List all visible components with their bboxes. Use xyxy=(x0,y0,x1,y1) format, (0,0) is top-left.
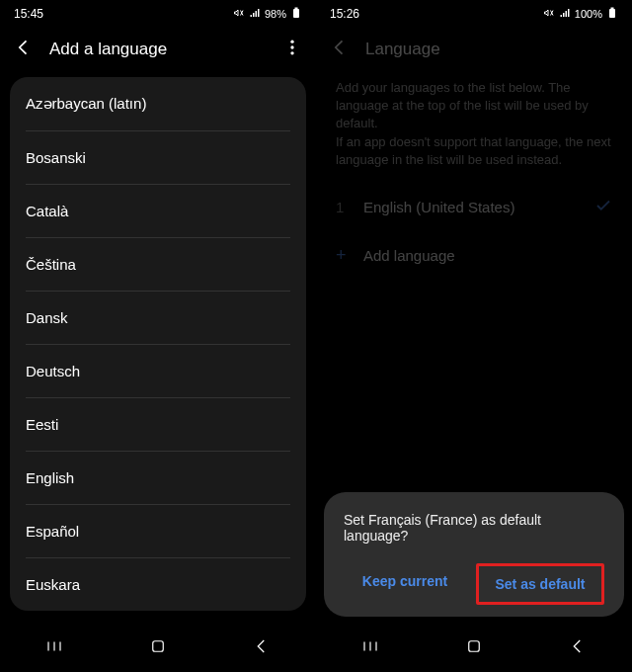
battery-icon xyxy=(290,7,302,21)
back-icon[interactable] xyxy=(330,38,350,61)
svg-rect-1 xyxy=(295,8,298,10)
status-time: 15:26 xyxy=(330,7,359,21)
plus-icon: + xyxy=(336,245,348,266)
back-icon[interactable] xyxy=(14,38,34,61)
dialog-actions: Keep current Set as default xyxy=(344,563,604,605)
mute-icon xyxy=(233,7,245,21)
phone-right: 15:26 100% Language Add your languages t… xyxy=(318,2,630,670)
battery-icon xyxy=(606,7,618,21)
recents-button[interactable] xyxy=(361,637,379,659)
phone-left: 15:45 98% Add a language Azərbaycan (lat… xyxy=(2,2,314,670)
language-item[interactable]: Deutsch xyxy=(26,345,290,398)
language-item[interactable]: Català xyxy=(26,185,290,238)
battery-text: 100% xyxy=(575,8,602,20)
language-item[interactable]: Español xyxy=(26,505,290,558)
default-language-dialog: Set Français (France) as default languag… xyxy=(324,492,624,617)
language-item[interactable]: English xyxy=(26,452,290,505)
add-language-label: Add language xyxy=(363,247,455,264)
back-button[interactable] xyxy=(253,637,271,659)
svg-point-4 xyxy=(290,51,293,54)
signal-icon xyxy=(249,7,261,21)
nav-bar xyxy=(318,627,630,670)
header: Language xyxy=(318,26,630,73)
row-index: 1 xyxy=(336,199,348,215)
dialog-message: Set Français (France) as default languag… xyxy=(344,512,604,544)
svg-rect-5 xyxy=(153,641,164,652)
home-button[interactable] xyxy=(465,637,483,659)
svg-rect-0 xyxy=(293,9,299,18)
language-item[interactable]: Čeština xyxy=(26,238,290,292)
page-title: Language xyxy=(365,40,618,59)
language-item[interactable]: Azərbaycan (latın) xyxy=(26,77,290,131)
svg-rect-7 xyxy=(611,8,614,10)
status-bar: 15:26 100% xyxy=(318,2,630,26)
page-title: Add a language xyxy=(49,40,267,59)
recents-button[interactable] xyxy=(45,637,63,659)
content: Azərbaycan (latın) Bosanski Català Češti… xyxy=(2,77,314,611)
keep-current-button[interactable]: Keep current xyxy=(344,563,466,605)
set-default-button[interactable]: Set as default xyxy=(476,563,604,605)
language-list-card: Azərbaycan (latın) Bosanski Català Češti… xyxy=(10,77,306,611)
more-icon[interactable] xyxy=(282,38,302,61)
svg-rect-8 xyxy=(469,641,480,652)
battery-text: 98% xyxy=(265,8,286,20)
info-line: Add your languages to the list below. Th… xyxy=(336,79,612,133)
signal-icon xyxy=(559,7,571,21)
svg-point-2 xyxy=(290,41,293,43)
status-time: 15:45 xyxy=(14,7,43,21)
header: Add a language xyxy=(2,26,314,73)
info-text: Add your languages to the list below. Th… xyxy=(318,73,630,183)
nav-bar xyxy=(2,627,314,670)
svg-rect-6 xyxy=(609,9,615,18)
svg-point-3 xyxy=(290,45,293,48)
check-icon xyxy=(594,197,612,217)
status-right: 100% xyxy=(543,7,618,21)
status-bar: 15:45 98% xyxy=(2,2,314,26)
home-button[interactable] xyxy=(149,637,167,659)
language-item[interactable]: Euskara xyxy=(26,558,290,611)
language-item[interactable]: Eesti xyxy=(26,398,290,452)
language-label: English (United States) xyxy=(363,199,514,215)
back-button[interactable] xyxy=(569,637,587,659)
selected-language-row[interactable]: 1 English (United States) xyxy=(336,183,612,231)
info-line: If an app doesn't support that language,… xyxy=(336,133,612,169)
status-right: 98% xyxy=(233,7,302,21)
add-language-row[interactable]: + Add language xyxy=(336,231,612,280)
language-item[interactable]: Dansk xyxy=(26,292,290,345)
mute-icon xyxy=(543,7,555,21)
language-list: 1 English (United States) + Add language xyxy=(318,183,630,280)
language-item[interactable]: Bosanski xyxy=(26,131,290,185)
